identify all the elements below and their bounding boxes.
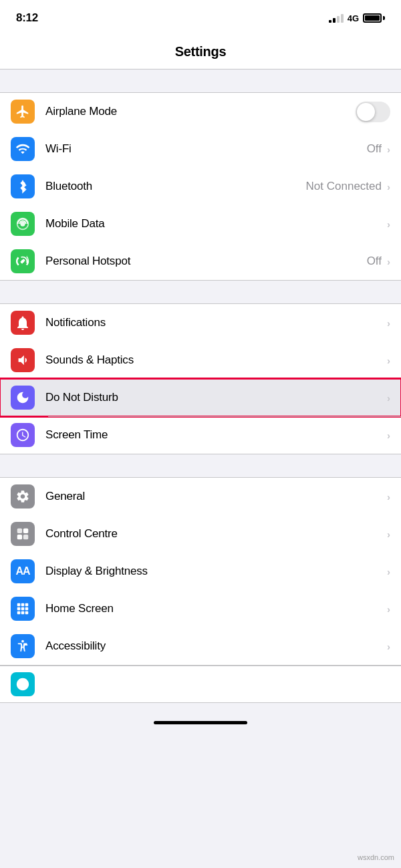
display-brightness-chevron: ›	[387, 566, 390, 577]
wifi-icon	[11, 137, 35, 161]
wallpaper-row-partial	[0, 666, 401, 703]
home-screen-row[interactable]: Home Screen ›	[0, 590, 401, 627]
do-not-disturb-icon	[11, 386, 35, 410]
general-label: General	[45, 490, 386, 503]
svg-rect-8	[25, 603, 29, 607]
section-gap-1	[0, 69, 401, 92]
section-gap-3	[0, 454, 401, 477]
sounds-haptics-row[interactable]: Sounds & Haptics ›	[0, 341, 401, 379]
personal-hotspot-icon	[11, 249, 35, 273]
control-centre-label: Control Centre	[45, 527, 386, 541]
mobile-data-chevron: ›	[387, 219, 390, 230]
screen-time-label: Screen Time	[45, 428, 386, 442]
page-header: Settings	[0, 33, 401, 69]
svg-rect-4	[17, 535, 22, 539]
sounds-haptics-label: Sounds & Haptics	[45, 353, 386, 367]
display-brightness-icon: AA	[11, 559, 35, 583]
personal-hotspot-chevron: ›	[387, 256, 390, 267]
page-title: Settings	[175, 44, 227, 59]
status-bar: 8:12 4G	[0, 0, 401, 33]
mobile-data-row[interactable]: Mobile Data ›	[0, 205, 401, 243]
notifications-chevron: ›	[387, 317, 390, 329]
section-gap-2	[0, 281, 401, 303]
watermark: wsxdn.com	[358, 853, 394, 861]
home-indicator-area	[0, 703, 401, 730]
airplane-mode-toggle[interactable]	[356, 102, 390, 122]
svg-point-0	[20, 221, 25, 226]
wifi-row[interactable]: Wi-Fi Off ›	[0, 130, 401, 168]
svg-rect-7	[21, 603, 25, 607]
display-brightness-row[interactable]: AA Display & Brightness ›	[0, 553, 401, 590]
wifi-value: Off	[367, 142, 382, 156]
do-not-disturb-chevron: ›	[387, 392, 390, 404]
airplane-mode-icon	[11, 100, 35, 124]
general-group: General › Control Centre › AA Display & …	[0, 477, 401, 666]
bluetooth-label: Bluetooth	[45, 180, 306, 193]
control-centre-chevron: ›	[387, 529, 390, 540]
network-type: 4G	[348, 13, 359, 23]
sounds-haptics-chevron: ›	[387, 355, 390, 366]
signal-bars-icon	[329, 13, 344, 23]
svg-rect-3	[23, 529, 28, 533]
home-screen-icon	[11, 597, 35, 621]
notifications-icon	[11, 311, 35, 335]
personal-hotspot-value: Off	[367, 255, 382, 268]
wifi-chevron: ›	[387, 144, 390, 155]
svg-rect-12	[17, 611, 21, 615]
svg-rect-6	[17, 603, 21, 607]
svg-rect-2	[17, 529, 22, 533]
notifications-label: Notifications	[45, 316, 386, 329]
screen-time-icon	[11, 423, 35, 447]
svg-rect-10	[21, 607, 25, 611]
notifications-row[interactable]: Notifications ›	[0, 304, 401, 341]
mobile-data-icon	[11, 212, 35, 236]
battery-icon	[363, 13, 385, 23]
screen-time-row[interactable]: Screen Time ›	[0, 416, 401, 454]
home-screen-label: Home Screen	[45, 602, 386, 615]
airplane-mode-row[interactable]: Airplane Mode	[0, 93, 401, 130]
screen-time-chevron: ›	[387, 430, 390, 441]
accessibility-row[interactable]: Accessibility ›	[0, 627, 401, 665]
control-centre-icon	[11, 522, 35, 546]
display-brightness-label: Display & Brightness	[45, 565, 386, 578]
general-chevron: ›	[387, 491, 390, 502]
accessibility-label: Accessibility	[45, 639, 386, 653]
bluetooth-icon	[11, 174, 35, 198]
home-indicator	[154, 721, 247, 724]
accessibility-icon	[11, 634, 35, 658]
svg-rect-5	[23, 535, 28, 539]
mobile-data-label: Mobile Data	[45, 217, 386, 231]
svg-rect-9	[17, 607, 21, 611]
svg-rect-11	[25, 607, 29, 611]
svg-rect-13	[21, 611, 25, 615]
control-centre-row[interactable]: Control Centre ›	[0, 515, 401, 553]
notifications-group: Notifications › Sounds & Haptics › Do No…	[0, 303, 401, 454]
svg-point-15	[21, 640, 24, 643]
wallpaper-icon	[11, 672, 35, 696]
general-icon	[11, 484, 35, 509]
bluetooth-value: Not Connected	[306, 180, 382, 193]
bluetooth-row[interactable]: Bluetooth Not Connected ›	[0, 168, 401, 205]
bluetooth-chevron: ›	[387, 181, 390, 192]
wifi-label: Wi-Fi	[45, 142, 367, 156]
do-not-disturb-label: Do Not Disturb	[45, 391, 386, 404]
accessibility-chevron: ›	[387, 641, 390, 652]
do-not-disturb-row[interactable]: Do Not Disturb ›	[0, 379, 401, 416]
general-row[interactable]: General ›	[0, 478, 401, 515]
personal-hotspot-row[interactable]: Personal Hotspot Off ›	[0, 243, 401, 280]
airplane-mode-label: Airplane Mode	[45, 105, 356, 118]
sounds-haptics-icon	[11, 348, 35, 372]
home-screen-chevron: ›	[387, 603, 390, 615]
status-icons: 4G	[329, 13, 385, 23]
personal-hotspot-label: Personal Hotspot	[45, 255, 367, 268]
svg-rect-14	[25, 611, 29, 615]
connectivity-group: Airplane Mode Wi-Fi Off › Bluetooth Not …	[0, 92, 401, 281]
status-time: 8:12	[16, 11, 38, 25]
